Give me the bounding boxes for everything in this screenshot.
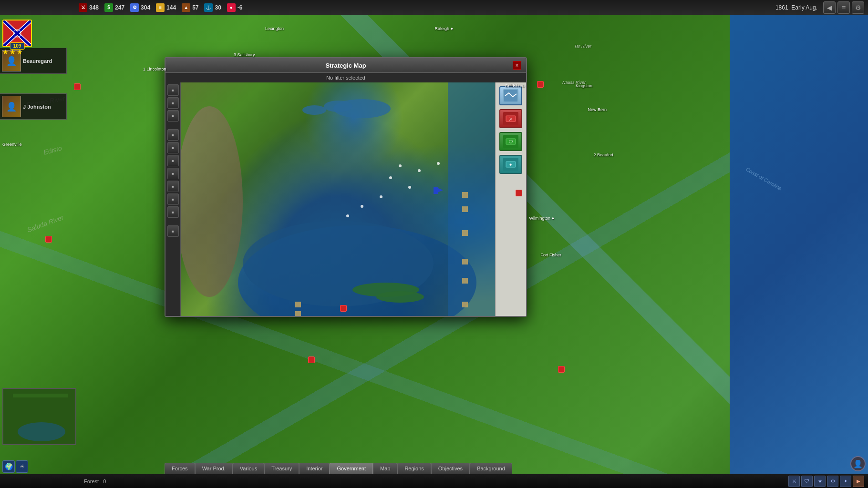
filter-btn-8[interactable]: ■ xyxy=(167,181,179,192)
light-button[interactable]: ☀ xyxy=(16,460,28,473)
strategic-map-modal: Strategic Map × No filter selected ■ ■ ■… xyxy=(165,57,527,317)
resource-money: $ 247 xyxy=(104,3,124,12)
manpower-icon: ⚔ xyxy=(79,3,87,12)
filter-btn-9[interactable]: ■ xyxy=(167,193,179,205)
svg-rect-26 xyxy=(462,192,468,198)
globe-button[interactable]: 🌍 xyxy=(2,460,15,473)
label-wilmington: Wilmington ● xyxy=(529,216,554,221)
tab-treasury[interactable]: Treasury xyxy=(264,463,299,474)
tab-background[interactable]: Background xyxy=(470,463,512,474)
modal-close-button[interactable]: × xyxy=(513,61,521,70)
tab-government[interactable]: Government xyxy=(330,463,373,474)
action-btn-2[interactable]: 🛡 xyxy=(801,476,813,487)
tab-war-prod[interactable]: War Prod. xyxy=(195,463,233,474)
ships-value: 30 xyxy=(215,4,221,11)
green-unit-button[interactable]: 🛡 xyxy=(499,132,522,151)
svg-point-15 xyxy=(181,106,243,297)
resource-supplies: ● -6 xyxy=(227,3,243,12)
svg-point-21 xyxy=(346,214,349,217)
svg-point-13 xyxy=(324,101,352,112)
svg-point-20 xyxy=(361,205,363,208)
teal-unit-button[interactable]: ✦ xyxy=(499,155,522,174)
unit-marker-7 xyxy=(558,366,565,373)
nav-buttons: ◀ ≡ ⚙ xyxy=(823,1,864,14)
map-view-button[interactable] xyxy=(499,86,522,105)
label-greenville: Greenville xyxy=(2,142,22,147)
supplies-value: -6 xyxy=(238,4,243,11)
teal-unit-icon: ✦ xyxy=(503,158,518,171)
tab-bar: Forces War Prod. Various Treasury Interi… xyxy=(165,463,512,474)
svg-point-19 xyxy=(380,195,382,198)
grain-icon: ≡ xyxy=(156,3,165,12)
action-btn-6[interactable]: ▶ xyxy=(853,476,864,487)
label-goldsboro: Goldsboro xyxy=(505,83,525,88)
action-btn-1[interactable]: ⚔ xyxy=(788,476,800,487)
resource-horses: ▲ 57 xyxy=(182,3,198,12)
map-svg xyxy=(181,82,495,316)
industry-icon: ⚙ xyxy=(130,3,139,12)
tab-map[interactable]: Map xyxy=(373,463,397,474)
filter-btn-6[interactable]: ■ xyxy=(167,155,179,166)
map-view-icon xyxy=(503,89,518,102)
nav-settings-button[interactable]: ⚙ xyxy=(852,1,864,14)
unit-marker-5 xyxy=(340,305,347,312)
svg-point-17 xyxy=(376,291,424,303)
tab-objectives[interactable]: Objectives xyxy=(431,463,470,474)
svg-marker-38 xyxy=(438,188,443,192)
mini-map-inner xyxy=(3,389,75,444)
strategic-map-area[interactable] xyxy=(181,82,495,316)
nav-menu-button[interactable]: ≡ xyxy=(837,1,850,14)
svg-rect-27 xyxy=(462,206,468,212)
modal-title: Strategic Map xyxy=(179,62,513,69)
svg-rect-11 xyxy=(448,82,495,316)
profile-avatar[interactable]: 👤 xyxy=(850,456,866,471)
label-tar-river: Tar River xyxy=(574,44,591,49)
action-btn-4[interactable]: ⚙ xyxy=(827,476,838,487)
modal-titlebar: Strategic Map × xyxy=(165,58,526,73)
filter-btn-2[interactable]: ■ xyxy=(167,97,179,109)
label-lincolnton: 1 Lincolnton xyxy=(143,67,166,71)
label-nauss-river: Nauss River xyxy=(562,80,586,85)
svg-text:⚔: ⚔ xyxy=(509,117,513,122)
ships-icon: ⚓ xyxy=(204,3,213,12)
nav-back-button[interactable]: ◀ xyxy=(823,1,836,14)
tab-various[interactable]: Various xyxy=(233,463,264,474)
money-icon: $ xyxy=(104,3,113,12)
filter-btn-5[interactable]: ■ xyxy=(167,142,179,153)
svg-rect-30 xyxy=(462,278,468,284)
red-unit-button[interactable]: ⚔ xyxy=(499,109,522,128)
red-unit-icon: ⚔ xyxy=(503,112,518,125)
svg-rect-33 xyxy=(295,311,301,316)
label-lexington: Lexington xyxy=(265,26,284,31)
tab-interior[interactable]: Interior xyxy=(299,463,330,474)
grain-value: 144 xyxy=(166,4,176,11)
game-date: 1861, Early Aug. xyxy=(775,4,817,11)
action-btn-5[interactable]: ✦ xyxy=(840,476,851,487)
filter-btn-3[interactable]: ■ xyxy=(167,110,179,122)
resource-industry: ⚙ 304 xyxy=(130,3,150,12)
terrain-value: 0 xyxy=(103,478,106,484)
resource-manpower: ⚔ 348 xyxy=(79,3,99,12)
emblem-area: 109 ★ ★ ★ xyxy=(2,2,69,36)
svg-rect-28 xyxy=(462,230,468,236)
filter-btn-4[interactable]: ■ xyxy=(167,129,179,141)
filter-btn-7[interactable]: ■ xyxy=(167,168,179,179)
mini-map[interactable] xyxy=(2,388,76,445)
filter-btn-11[interactable]: ■ xyxy=(167,225,179,237)
svg-point-24 xyxy=(399,164,402,167)
filter-btn-10[interactable]: ■ xyxy=(167,206,179,218)
unit-marker-4 xyxy=(45,236,52,243)
hud-bar: ⚔ 348 $ 247 ⚙ 304 ≡ 144 ▲ 57 ⚓ 30 ● -6 1… xyxy=(0,0,868,15)
tab-forces[interactable]: Forces xyxy=(165,463,195,474)
action-btn-3[interactable]: ★ xyxy=(814,476,826,487)
coast-carolina-label: Coast of Carolina xyxy=(745,166,783,191)
modal-subtitle: No filter selected xyxy=(165,73,526,82)
beauregard-name: Beauregard xyxy=(23,58,52,64)
svg-rect-32 xyxy=(295,302,301,307)
svg-text:✦: ✦ xyxy=(509,163,513,167)
tab-regions[interactable]: Regions xyxy=(397,463,431,474)
unit-marker-1 xyxy=(537,81,544,88)
green-unit-icon: 🛡 xyxy=(503,135,518,148)
filter-btn-1[interactable]: ■ xyxy=(167,84,179,96)
terrain-type: Forest xyxy=(84,478,99,484)
